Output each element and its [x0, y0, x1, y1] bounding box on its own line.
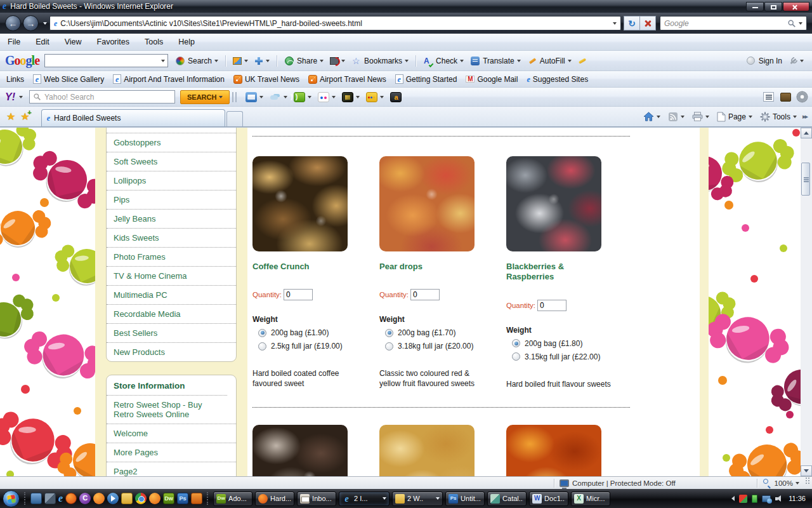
back-button[interactable]: ←: [5, 15, 21, 31]
address-bar[interactable]: e C:\Users\jim\Documents\Actinic v10\Sit…: [49, 16, 621, 30]
home-button[interactable]: [640, 109, 664, 124]
quantity-input[interactable]: [284, 289, 313, 300]
highlighter-button[interactable]: [575, 55, 590, 67]
media-player-icon[interactable]: [107, 493, 119, 504]
orange-app-icon[interactable]: [93, 493, 105, 504]
photos-dropdown-icon[interactable]: [356, 96, 360, 98]
product-image[interactable]: [506, 156, 601, 251]
amazon-icon[interactable]: a: [390, 92, 402, 102]
orange-app-icon[interactable]: [149, 493, 160, 504]
folder-icon[interactable]: [121, 493, 133, 504]
page-menu-button[interactable]: Page: [714, 109, 756, 124]
internet-explorer-icon[interactable]: e: [58, 493, 63, 504]
taskbar-button-catalog[interactable]: Catal...: [487, 491, 527, 506]
flickr-dropdown-icon[interactable]: [332, 96, 336, 98]
product-image[interactable]: [506, 425, 601, 476]
taskbar-button-windows-group[interactable]: 2 W..: [392, 491, 443, 506]
translate-button[interactable]: Translate: [467, 54, 524, 68]
ebay-icon[interactable]: [366, 92, 377, 102]
battery-icon[interactable]: [752, 495, 757, 503]
quantity-input[interactable]: [410, 289, 440, 300]
zoom-icon[interactable]: [763, 478, 772, 488]
photos-icon[interactable]: [342, 92, 353, 102]
sidebar-item-welcome[interactable]: Welcome: [107, 424, 236, 443]
weight-radio[interactable]: [385, 342, 393, 351]
mail-icon[interactable]: [246, 92, 257, 102]
close-button[interactable]: [783, 2, 809, 11]
autofill-button[interactable]: AutoFill: [524, 54, 575, 68]
link-google-mail[interactable]: MGoogle Mail: [466, 75, 518, 84]
sidebar-item-recordable-media[interactable]: Recordable Media: [107, 304, 236, 323]
product-name-link[interactable]: Coffee Crunch: [252, 262, 354, 272]
yahoo-search-button[interactable]: SEARCH: [180, 90, 230, 104]
menu-favorites[interactable]: Favorites: [97, 37, 129, 46]
taskbar-button-excel[interactable]: XMicr...: [571, 491, 610, 506]
popup-blocker-button[interactable]: [327, 55, 348, 67]
mail-dropdown-icon[interactable]: [259, 96, 263, 98]
scroll-up-button[interactable]: [801, 128, 812, 138]
taskbar-button-hard[interactable]: Hard...: [255, 491, 294, 506]
new-tab-button[interactable]: [226, 111, 243, 126]
toolbar-options-button[interactable]: [785, 55, 807, 67]
settings-gear-icon[interactable]: [797, 92, 807, 102]
chrome-icon[interactable]: [135, 493, 147, 504]
product-image[interactable]: [252, 156, 348, 251]
photoshop-icon[interactable]: Ps: [177, 493, 188, 504]
sidebar-item-photo-frames[interactable]: Photo Frames: [107, 247, 236, 266]
add-favorite-icon[interactable]: ★: [20, 110, 29, 123]
list-view-icon[interactable]: [763, 92, 774, 102]
share-button[interactable]: Share: [281, 54, 327, 68]
spellcheck-button[interactable]: ACheck: [420, 54, 467, 68]
product-image[interactable]: [379, 425, 475, 476]
sidebar-item-pips[interactable]: Pips: [107, 190, 236, 209]
sidebar-item-new-products[interactable]: New Products: [107, 342, 236, 361]
product-name-link[interactable]: Blackberries & Raspberries: [506, 262, 608, 283]
sidebar-item-multimedia-pc[interactable]: Multimedia PC: [107, 285, 236, 304]
network-icon[interactable]: [762, 495, 771, 502]
toolbar-drag-handle[interactable]: [232, 92, 237, 102]
purple-app-icon[interactable]: C: [79, 493, 91, 504]
sidebar-item-retro-sweet-shop[interactable]: Retro Sweet Shop - Buy Retro Sweets Onli…: [107, 395, 227, 424]
taskbar-button-ie-group[interactable]: e2 I...: [339, 491, 390, 506]
signal-icon[interactable]: [294, 92, 305, 102]
weather-icon[interactable]: [270, 92, 281, 102]
bookmarks-button[interactable]: ☆Bookmarks: [348, 54, 412, 68]
sidebar-item-rock[interactable]: Rock: [107, 128, 236, 133]
product-name-link[interactable]: Pear drops: [379, 262, 481, 272]
sidebar-item-kids-sweets[interactable]: Kids Sweets: [107, 228, 236, 247]
sidebar-item-gobstoppers[interactable]: Gobstoppers: [107, 133, 236, 152]
minimize-button[interactable]: [746, 2, 764, 11]
link-web-slice-gallery[interactable]: eWeb Slice Gallery: [33, 74, 104, 84]
menu-tools[interactable]: Tools: [145, 37, 163, 46]
feeds-button[interactable]: [665, 109, 688, 124]
link-suggested-sites[interactable]: eSuggested Sites: [527, 75, 588, 84]
menu-view[interactable]: View: [65, 37, 82, 46]
taskbar-button-photoshop[interactable]: PsUntit...: [445, 491, 485, 506]
refresh-button[interactable]: ↻: [624, 16, 640, 30]
quantity-input[interactable]: [537, 300, 566, 311]
favorites-star-icon[interactable]: ★: [6, 110, 15, 123]
weight-radio[interactable]: [258, 342, 266, 351]
flickr-icon[interactable]: [318, 92, 329, 102]
link-airport-travel-info[interactable]: eAirport And Travel Information: [113, 74, 225, 84]
volume-icon[interactable]: [775, 495, 783, 502]
menu-file[interactable]: File: [8, 37, 20, 46]
product-image[interactable]: [252, 425, 348, 476]
search-icon[interactable]: [787, 19, 796, 28]
search-box[interactable]: Google: [660, 16, 807, 30]
taskbar-clock[interactable]: 11:36: [789, 495, 806, 502]
weather-dropdown-icon[interactable]: [284, 96, 287, 98]
start-button[interactable]: [3, 490, 20, 507]
link-getting-started[interactable]: eGetting Started: [395, 74, 457, 84]
tools-menu-button[interactable]: Tools: [757, 109, 800, 124]
weight-radio[interactable]: [385, 329, 393, 337]
weight-radio[interactable]: [512, 352, 520, 361]
sign-in-button[interactable]: Sign In: [743, 54, 785, 68]
taskbar-button-adobe[interactable]: DwAdo...: [213, 491, 252, 506]
menu-edit[interactable]: Edit: [36, 37, 49, 46]
sidebar-item-soft-sweets[interactable]: Soft Sweets: [107, 152, 236, 171]
weight-radio[interactable]: [512, 339, 520, 347]
sidebar-item-page2[interactable]: Page2: [107, 462, 236, 476]
sidebar-item-jelly-beans[interactable]: Jelly Beans: [107, 209, 236, 228]
switch-windows-icon[interactable]: [44, 493, 56, 504]
